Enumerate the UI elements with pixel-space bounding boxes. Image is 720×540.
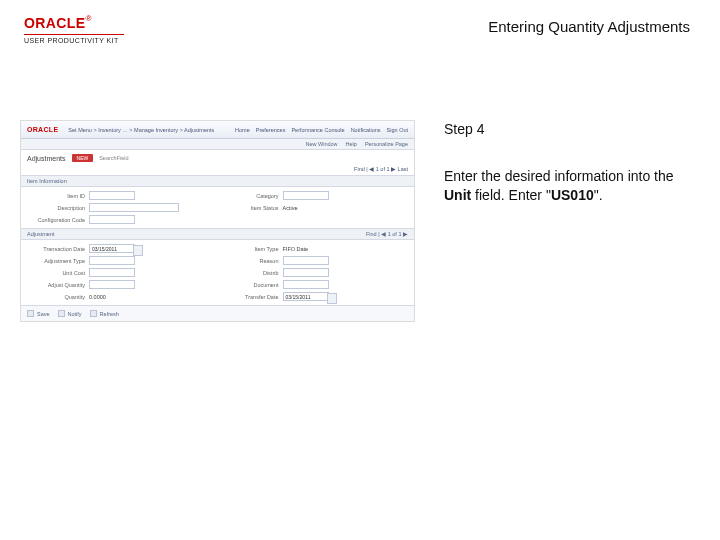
subnav-new-window[interactable]: New Window xyxy=(305,141,337,147)
page-title: Entering Quantity Adjustments xyxy=(488,18,690,35)
app-subnav: New Window Help Personalize Page xyxy=(21,139,414,150)
field-name: Unit xyxy=(444,187,471,203)
page-heading: Adjustments xyxy=(27,155,66,162)
input-config-code[interactable] xyxy=(89,215,135,224)
save-icon xyxy=(27,310,34,317)
input-item-id[interactable] xyxy=(89,191,135,200)
app-screenshot: ORACLE Set Menu > Inventory … > Manage I… xyxy=(20,120,415,322)
subnav-help[interactable]: Help xyxy=(346,141,357,147)
kit-label: USER PRODUCTIVITY KIT xyxy=(24,37,124,44)
input-adj-type[interactable] xyxy=(89,256,135,265)
label-description: Description xyxy=(29,205,85,211)
nav-home[interactable]: Home xyxy=(235,127,250,133)
value-item-status: Active xyxy=(283,205,298,211)
adjustment-fields: Transaction Date03/15/2011 Item TypeFIFO… xyxy=(21,240,414,305)
instruction-column: Step 4 Enter the desired information int… xyxy=(444,120,700,322)
nav-preferences[interactable]: Preferences xyxy=(256,127,286,133)
notify-icon xyxy=(58,310,65,317)
label-item-status: Item Status xyxy=(223,205,279,211)
nav-signout[interactable]: Sign Out xyxy=(387,127,408,133)
brand-text: ORACLE xyxy=(24,15,86,31)
label-config-code: Configuration Code xyxy=(29,217,85,223)
input-category[interactable] xyxy=(283,191,329,200)
label-qty: Quantity xyxy=(29,294,85,300)
label-adj-qty: Adjust Quantity xyxy=(29,282,85,288)
field-value: US010 xyxy=(551,187,594,203)
step-label: Step 4 xyxy=(444,120,700,139)
app-footer: Save Notify Refresh xyxy=(21,305,414,321)
refresh-button[interactable]: Refresh xyxy=(90,310,119,317)
save-button[interactable]: Save xyxy=(27,310,50,317)
section-paginator[interactable]: Find | ◀ 1 of 1 ▶ xyxy=(366,231,408,237)
label-distrib: Distrib xyxy=(223,270,279,276)
nav-notifications[interactable]: Notifications xyxy=(351,127,381,133)
subnav-personalize[interactable]: Personalize Page xyxy=(365,141,408,147)
doc-header: ORACLE® USER PRODUCTIVITY KIT Entering Q… xyxy=(0,14,720,50)
label-txn-date: Transaction Date xyxy=(29,246,85,252)
label-reason: Reason xyxy=(223,258,279,264)
top-nav: Home Preferences Performance Console Not… xyxy=(235,127,408,133)
brand-underline xyxy=(24,34,124,35)
nav-perf-console[interactable]: Performance Console xyxy=(291,127,344,133)
breadcrumb: Set Menu > Inventory … > Manage Inventor… xyxy=(68,127,235,133)
input-document[interactable] xyxy=(283,280,329,289)
section-item-info: Item Information xyxy=(21,175,414,187)
page-heading-row: Adjustments NEW SearchField xyxy=(21,150,414,166)
refresh-icon xyxy=(90,310,97,317)
label-item-id: Item ID xyxy=(29,193,85,199)
value-qty: 0.0000 xyxy=(89,294,106,300)
label-category: Category xyxy=(223,193,279,199)
status-badge: NEW xyxy=(72,154,94,162)
app-brand: ORACLE xyxy=(27,126,58,133)
input-unit-cost[interactable] xyxy=(89,268,135,277)
input-reason[interactable] xyxy=(283,256,329,265)
oracle-logo: ORACLE® USER PRODUCTIVITY KIT xyxy=(24,14,124,44)
section-adjustment: Adjustment Find | ◀ 1 of 1 ▶ xyxy=(21,228,414,240)
label-item-type: Item Type xyxy=(223,246,279,252)
registered-mark: ® xyxy=(86,14,92,23)
item-info-fields: Item ID Category Description Item Status… xyxy=(21,187,414,228)
input-xfer-date[interactable]: 03/15/2011 xyxy=(283,292,329,301)
paginator[interactable]: Find | ◀ 1 of 1 ▶ Last xyxy=(21,166,414,175)
input-distrib[interactable] xyxy=(283,268,329,277)
app-topbar: ORACLE Set Menu > Inventory … > Manage I… xyxy=(21,121,414,139)
label-unit-cost: Unit Cost xyxy=(29,270,85,276)
value-item-type: FIFO Date xyxy=(283,246,309,252)
instruction-text: Enter the desired information into the U… xyxy=(444,167,700,205)
input-description[interactable] xyxy=(89,203,179,212)
notify-button[interactable]: Notify xyxy=(58,310,82,317)
secondary-crumb: SearchField xyxy=(99,155,128,161)
label-adj-type: Adjustment Type xyxy=(29,258,85,264)
input-txn-date[interactable]: 03/15/2011 xyxy=(89,244,135,253)
label-xfer-date: Transfer Date xyxy=(223,294,279,300)
label-document: Document xyxy=(223,282,279,288)
input-adj-qty[interactable] xyxy=(89,280,135,289)
